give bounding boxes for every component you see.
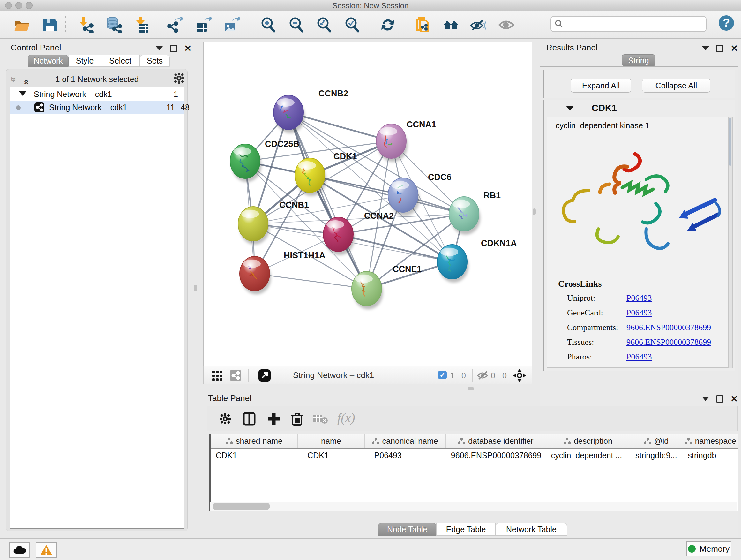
table-row[interactable]: CDK1 CDK1 P06493 9606.ENSP00000378699 cy… <box>211 449 738 462</box>
network-node-RB1[interactable]: RB1 <box>449 191 501 235</box>
zoom-out-icon[interactable] <box>288 17 305 33</box>
tab-sets[interactable]: Sets <box>140 55 170 67</box>
open-session-icon[interactable] <box>13 17 30 33</box>
zoom-in-icon[interactable] <box>260 17 277 33</box>
tab-string[interactable]: String <box>622 54 656 66</box>
column-header[interactable]: canonical name <box>365 434 446 448</box>
zoom-selected-icon[interactable] <box>344 17 360 33</box>
tab-node-table[interactable]: Node Table <box>378 523 436 536</box>
collapse-panel-icon[interactable] <box>702 46 709 51</box>
search-input[interactable] <box>565 17 704 30</box>
node-result-detail: cyclin–dependent kinase 1 <box>547 117 728 368</box>
crosslink-uniprot-link[interactable]: P06493 <box>626 294 652 303</box>
table-scrollbar-thumb[interactable] <box>212 503 270 510</box>
column-header[interactable]: name <box>298 434 364 448</box>
column-type-icon <box>685 438 692 444</box>
zoom-fit-content-icon[interactable] <box>316 17 333 33</box>
delete-column-trash-icon[interactable] <box>291 412 304 428</box>
warnings-button[interactable] <box>36 543 57 558</box>
network-node-CCNE1[interactable]: CCNE1 <box>352 264 422 309</box>
network-row-selected[interactable]: String Network – cdk1 11 48 <box>10 101 184 114</box>
import-network-icon[interactable] <box>77 17 94 33</box>
collapse-panel-icon[interactable] <box>702 397 709 401</box>
column-type-icon <box>458 438 465 444</box>
network-node-CDKN1A[interactable]: CDKN1A <box>437 239 517 283</box>
column-header[interactable]: shared name <box>211 434 298 448</box>
network-node-CDC25B[interactable]: CDC25B <box>230 139 299 182</box>
column-header[interactable]: @id <box>630 434 683 448</box>
export-image-icon[interactable] <box>224 17 240 33</box>
column-type-icon <box>644 438 651 444</box>
network-canvas[interactable]: CCNB2CCNA1CDC25BCDK1CDC6RB1CCNB1CCNA2CDK… <box>203 42 532 366</box>
open-in-new-window-icon[interactable] <box>259 369 271 381</box>
crosslink-label: Compartments: <box>567 323 618 332</box>
column-header[interactable]: namespace <box>683 434 738 448</box>
left-splitter-handle[interactable] <box>194 285 197 291</box>
search-field[interactable] <box>550 16 706 32</box>
right-splitter-handle[interactable] <box>533 208 536 215</box>
toolbar-separator <box>65 15 66 35</box>
crosslink-tissues-link[interactable]: 9606.ENSP00000378699 <box>626 337 711 347</box>
results-panel-title: Results Panel <box>546 43 597 53</box>
crosslinks-heading: CrossLinks <box>558 279 602 289</box>
control-panel: Control Panel ✕ Network Style Select Set… <box>3 41 191 536</box>
tab-style[interactable]: Style <box>69 55 101 67</box>
node-result-box: CDK1 cyclin–dependent kinase 1 <box>543 100 735 371</box>
close-panel-icon[interactable]: ✕ <box>184 46 192 51</box>
cloud-status-button[interactable] <box>9 543 30 558</box>
network-node-label: CDC25B <box>265 139 299 149</box>
tab-select[interactable]: Select <box>101 55 140 67</box>
column-header[interactable]: description <box>546 434 630 448</box>
network-node-label: CCNA1 <box>407 120 436 129</box>
selected-checkbox-icon[interactable]: ✓ <box>438 371 447 379</box>
network-node-CDC6[interactable]: CDC6 <box>388 172 452 216</box>
export-network-icon[interactable] <box>167 17 184 33</box>
tree-expand-caret[interactable] <box>19 91 26 96</box>
crosslink-genecard-link[interactable]: P06493 <box>626 308 652 318</box>
import-table-icon[interactable] <box>134 17 150 33</box>
save-session-icon[interactable] <box>42 17 58 33</box>
collapse-panel-icon[interactable] <box>156 46 163 51</box>
application-window: Session: New Session <box>0 0 741 560</box>
float-panel-icon[interactable] <box>170 45 177 52</box>
bottom-splitter-handle[interactable] <box>468 387 474 390</box>
results-scrollbar[interactable] <box>728 117 733 368</box>
network-node-HIST1H1A[interactable]: HIST1H1A <box>240 251 326 294</box>
network-collection-row[interactable]: String Network – cdk1 1 <box>10 89 184 101</box>
show-column-icon[interactable] <box>243 412 256 427</box>
tab-network-table[interactable]: Network Table <box>495 523 567 536</box>
help-button[interactable]: ? <box>719 15 734 30</box>
network-options-gear-icon[interactable] <box>172 71 186 86</box>
network-collection-count: 1 <box>174 90 178 99</box>
network-edge[interactable] <box>255 273 367 289</box>
create-column-plus-icon[interactable] <box>267 412 280 427</box>
home-networks-icon[interactable] <box>443 17 460 33</box>
import-network-from-database-icon[interactable] <box>105 17 122 33</box>
viewbar-separator <box>248 369 249 381</box>
network-share-view-icon[interactable] <box>230 370 241 381</box>
search-icon <box>554 19 564 29</box>
birdseye-navigator-icon[interactable] <box>513 368 527 384</box>
table-horizontal-scrollbar[interactable] <box>210 502 737 511</box>
memory-button[interactable]: Memory <box>686 541 731 557</box>
column-header[interactable]: database identifier <box>446 434 546 448</box>
close-panel-icon[interactable]: ✕ <box>731 46 738 51</box>
copy-network-icon[interactable] <box>414 17 430 33</box>
expand-all-button[interactable]: Expand All <box>570 78 631 92</box>
tab-edge-table[interactable]: Edge Table <box>436 523 495 536</box>
close-panel-icon[interactable]: ✕ <box>731 396 738 401</box>
export-table-icon[interactable] <box>195 17 212 33</box>
refresh-icon[interactable] <box>380 17 396 33</box>
float-panel-icon[interactable] <box>716 395 724 402</box>
results-scrollbar-thumb[interactable] <box>729 118 731 166</box>
crosslink-pharos-link[interactable]: P06493 <box>626 352 652 362</box>
grid-view-icon[interactable] <box>212 370 223 382</box>
hide-selected-eye-icon[interactable] <box>470 17 486 33</box>
node-result-caret[interactable] <box>566 106 574 111</box>
float-panel-icon[interactable] <box>716 45 724 52</box>
collapse-all-button[interactable]: Collapse All <box>642 78 711 92</box>
tab-network[interactable]: Network <box>28 55 69 67</box>
crosslink-compartments-link[interactable]: 9606.ENSP00000378699 <box>626 323 711 332</box>
selected-count: 1 - 0 <box>450 371 466 380</box>
table-settings-gear-icon[interactable] <box>219 412 232 427</box>
